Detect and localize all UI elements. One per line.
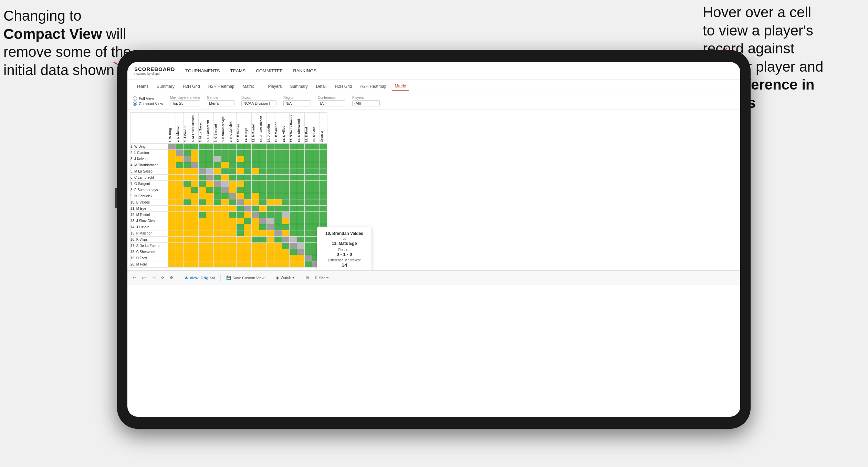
cell-2-18[interactable] [297,150,305,156]
nav-item-teams[interactable]: TEAMS [230,67,246,75]
cell-9-2[interactable] [176,193,184,199]
cell-3-5[interactable] [199,156,206,162]
cell-11-20[interactable] [312,206,320,212]
cell-1-10[interactable] [237,144,244,150]
cell-15-13[interactable] [259,230,267,237]
cell-6-1[interactable] [168,175,176,181]
cell-13-15[interactable] [274,218,282,224]
cell-8-4[interactable] [191,187,199,193]
cell-19-10[interactable] [237,255,244,261]
cell-8-12[interactable] [252,187,259,193]
cell-6-10[interactable] [237,175,244,181]
cell-12-21[interactable] [320,212,327,218]
cell-4-15[interactable] [274,162,282,168]
cell-1-8[interactable] [221,144,229,150]
cell-9-17[interactable] [290,193,297,199]
cell-14-14[interactable] [267,224,274,230]
cell-19-13[interactable] [259,255,267,261]
cell-8-10[interactable] [237,187,244,193]
cell-13-3[interactable] [184,218,191,224]
cell-17-9[interactable] [229,243,237,249]
cell-9-14[interactable] [267,193,274,199]
cell-15-7[interactable] [214,230,221,237]
save-custom-button[interactable]: 💾 Save Custom View [226,276,264,280]
cell-8-19[interactable] [305,187,312,193]
cell-18-17[interactable] [290,249,297,255]
cell-2-10[interactable] [237,150,244,156]
cell-20-16[interactable] [282,261,290,268]
cell-7-3[interactable] [184,181,191,187]
cell-15-15[interactable] [274,230,282,237]
cell-10-9[interactable] [229,199,237,206]
cell-3-18[interactable] [297,156,305,162]
refresh-button[interactable]: ⟳ [161,276,164,280]
cell-20-6[interactable] [206,261,214,268]
cell-18-12[interactable] [252,249,259,255]
cell-10-7[interactable] [214,199,221,206]
cell-5-2[interactable] [176,168,184,175]
cell-18-2[interactable] [176,249,184,255]
cell-10-3[interactable] [184,199,191,206]
cell-6-18[interactable] [297,175,305,181]
cell-14-1[interactable] [168,224,176,230]
cell-6-19[interactable] [305,175,312,181]
cell-7-9[interactable] [229,181,237,187]
cell-1-12[interactable] [252,144,259,150]
nav-item-tournaments[interactable]: TOURNAMENTS [185,67,220,75]
cell-9-3[interactable] [184,193,191,199]
cell-9-18[interactable] [297,193,305,199]
cell-16-3[interactable] [184,237,191,243]
cell-5-12[interactable] [252,168,259,175]
cell-6-11[interactable] [244,175,252,181]
cell-18-5[interactable] [199,249,206,255]
cell-3-13[interactable] [259,156,267,162]
cell-11-13[interactable] [259,206,267,212]
cell-8-8[interactable] [221,187,229,193]
cell-13-1[interactable] [168,218,176,224]
cell-19-19[interactable] [305,255,312,261]
cell-20-8[interactable] [221,261,229,268]
cell-13-13[interactable] [259,218,267,224]
cell-7-19[interactable] [305,181,312,187]
cell-18-18[interactable] [297,249,305,255]
cell-4-11[interactable] [244,162,252,168]
cell-12-14[interactable] [267,212,274,218]
cell-3-20[interactable] [312,156,320,162]
cell-13-11[interactable] [244,218,252,224]
cell-10-16[interactable] [282,199,290,206]
cell-11-15[interactable] [274,206,282,212]
cell-2-4[interactable] [191,150,199,156]
cell-11-8[interactable] [221,206,229,212]
tab-matrix-active[interactable]: Matrix [391,82,410,91]
cell-11-14[interactable] [267,206,274,212]
cell-6-21[interactable] [320,175,327,181]
cell-9-10[interactable] [237,193,244,199]
cell-18-10[interactable] [237,249,244,255]
cell-2-8[interactable] [221,150,229,156]
conference-select[interactable]: (All) [318,100,345,106]
cell-16-19[interactable] [305,237,312,243]
cell-8-6[interactable] [206,187,214,193]
cell-6-6[interactable] [206,175,214,181]
cell-15-9[interactable] [229,230,237,237]
cell-2-21[interactable] [320,150,327,156]
cell-4-20[interactable] [312,162,320,168]
cell-16-10[interactable] [237,237,244,243]
cell-17-12[interactable] [252,243,259,249]
cell-6-17[interactable] [290,175,297,181]
cell-5-21[interactable] [320,168,327,175]
cell-12-6[interactable] [206,212,214,218]
cell-14-9[interactable] [229,224,237,230]
cell-8-1[interactable] [168,187,176,193]
cell-3-8[interactable] [221,156,229,162]
cell-15-6[interactable] [206,230,214,237]
cell-14-15[interactable] [274,224,282,230]
cell-3-7[interactable] [214,156,221,162]
cell-10-4[interactable] [191,199,199,206]
cell-11-9[interactable] [229,206,237,212]
cell-13-14[interactable] [267,218,274,224]
cell-14-3[interactable] [184,224,191,230]
cell-9-15[interactable] [274,193,282,199]
cell-12-16[interactable] [282,212,290,218]
cell-17-6[interactable] [206,243,214,249]
